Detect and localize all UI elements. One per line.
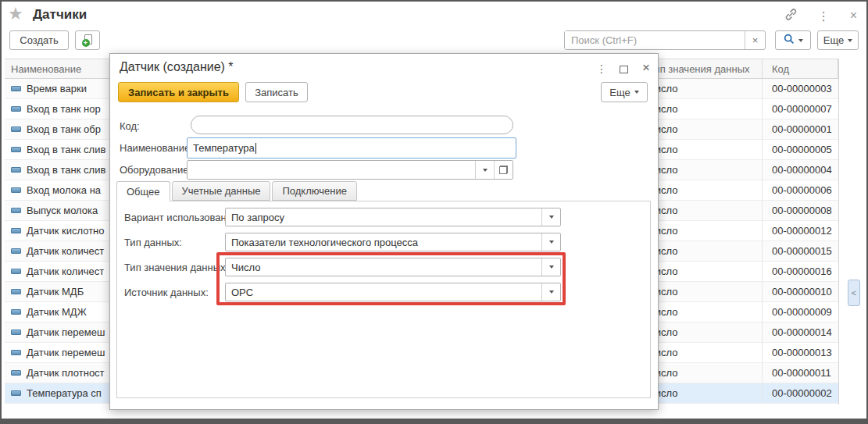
equipment-field[interactable] — [187, 160, 513, 180]
row-name: Датчик МДБ — [27, 286, 84, 298]
window-close-icon[interactable]: × — [850, 9, 857, 22]
code-field-label: Код: — [120, 120, 140, 132]
row-code: 00-00000005 — [763, 140, 838, 159]
tab-general[interactable]: Общее — [116, 181, 170, 201]
dropdown-arrow-icon[interactable] — [541, 208, 560, 226]
code-field[interactable] — [191, 116, 513, 134]
search-clear-icon[interactable]: × — [745, 31, 765, 49]
row-name: Вход в танк слив — [27, 164, 105, 176]
favorite-star-icon[interactable]: ★ — [8, 4, 23, 24]
row-code: 00-00000003 — [763, 79, 838, 98]
catalog-item-icon — [11, 126, 21, 132]
search-input[interactable] — [565, 31, 745, 49]
dropdown-arrow-icon[interactable] — [541, 283, 560, 301]
row-name: Датчик перемеш — [27, 326, 105, 338]
name-field[interactable]: Температура — [187, 137, 516, 159]
row-code: 00-00000011 — [763, 363, 838, 383]
catalog-item-icon — [11, 208, 21, 213]
catalog-item-icon — [11, 106, 21, 112]
row-code: 00-00000015 — [763, 241, 838, 261]
row-code: 00-00000006 — [763, 180, 838, 200]
save-button[interactable]: Записать — [245, 82, 308, 102]
row-code: 00-00000007 — [763, 99, 838, 119]
dialog-maximize-icon[interactable] — [620, 66, 628, 73]
dropdown-arrow-icon[interactable] — [541, 258, 560, 276]
chevron-down-icon — [798, 39, 803, 42]
dialog-title: Датчик (создание) * — [120, 60, 234, 74]
row-name: Время варки — [27, 83, 87, 94]
source-field[interactable]: OPC — [225, 283, 561, 301]
row-name: Датчик МДЖ — [27, 306, 87, 318]
catalog-item-icon — [11, 167, 21, 173]
source-field-label: Источник данных: — [124, 287, 209, 298]
data-type-field[interactable]: Показатели технологического процесса — [225, 233, 561, 251]
list-more-button[interactable]: Еще — [817, 30, 859, 50]
row-name: Вход в танк слив — [27, 144, 105, 155]
row-name: Датчик плотност — [27, 367, 105, 379]
row-name: Датчик количест — [27, 265, 104, 277]
catalog-item-icon — [11, 390, 21, 396]
chevron-down-icon — [848, 39, 852, 42]
tab-connection[interactable]: Подключение — [272, 181, 356, 201]
tab-accounting[interactable]: Учетные данные — [172, 181, 271, 201]
dropdown-arrow-icon[interactable] — [541, 233, 560, 251]
row-name: Температура сп — [27, 387, 102, 399]
row-name: Вход в танк нор — [27, 103, 101, 115]
catalog-item-icon — [11, 147, 21, 152]
open-choice-icon[interactable] — [494, 161, 513, 179]
row-code: 00-00000001 — [763, 119, 838, 139]
search-button[interactable] — [775, 30, 811, 50]
row-code: 00-00000008 — [763, 201, 838, 220]
table-right-border — [838, 59, 839, 404]
catalog-item-icon — [11, 350, 21, 355]
catalog-item-icon — [11, 370, 21, 376]
catalog-item-icon — [11, 187, 21, 193]
chevron-down-icon — [634, 91, 639, 94]
catalog-item-icon — [11, 248, 21, 254]
link-icon[interactable] — [784, 8, 798, 23]
create-copy-button[interactable]: + — [75, 30, 100, 50]
catalog-item-icon — [11, 309, 21, 315]
dialog-menu-icon[interactable]: ⋮ — [596, 62, 607, 75]
dropdown-arrow-icon[interactable] — [475, 161, 494, 179]
chevron-left-icon: < — [852, 288, 856, 298]
equipment-field-label: Оборудование: — [120, 164, 191, 176]
row-code: 00-00000009 — [763, 302, 838, 322]
catalog-item-icon — [11, 228, 21, 233]
search-box[interactable]: × — [564, 30, 766, 50]
catalog-item-icon — [11, 330, 21, 335]
row-code: 00-00000010 — [763, 282, 838, 301]
dialog-more-button[interactable]: Еще — [601, 82, 648, 102]
value-type-field[interactable]: Число — [225, 258, 561, 276]
save-and-close-button[interactable]: Записать и закрыть — [118, 82, 239, 102]
text-caret — [255, 143, 256, 154]
dialog-close-icon[interactable]: × — [642, 60, 650, 76]
row-name: Датчик количест — [27, 245, 104, 257]
row-name: Выпуск молока — [27, 205, 98, 216]
search-icon — [784, 34, 795, 47]
value-type-field-label: Тип значения данных: — [124, 262, 228, 273]
window-menu-icon[interactable]: ⋮ — [818, 10, 830, 22]
usage-field[interactable]: По запросу — [225, 208, 561, 226]
row-name: Вход молока на — [27, 184, 101, 196]
row-code: 00-00000002 — [763, 383, 838, 403]
new-document-icon: + — [83, 34, 93, 47]
usage-field-label: Вариант использования: — [124, 212, 241, 223]
row-name: Вход в танк обр — [27, 123, 101, 135]
collapse-panel-button[interactable]: < — [848, 280, 860, 306]
column-header-code[interactable]: Код — [763, 59, 838, 78]
page-title: Датчики — [33, 7, 87, 23]
name-field-label: Наименование: — [120, 142, 193, 154]
row-code: 00-00000004 — [763, 160, 838, 180]
row-code: 00-00000016 — [763, 262, 838, 281]
sensor-create-dialog: Датчик (создание) * ⋮ × Записать и закры… — [109, 53, 659, 410]
row-code: 00-00000013 — [763, 343, 838, 362]
row-code: 00-00000014 — [763, 322, 838, 342]
data-type-field-label: Тип данных: — [124, 237, 182, 248]
create-button[interactable]: Создать — [9, 30, 69, 50]
catalog-item-icon — [11, 269, 21, 274]
row-name: Датчик перемеш — [27, 347, 105, 358]
row-name: Датчик кислотно — [27, 225, 105, 237]
row-code: 00-00000012 — [763, 221, 838, 241]
dialog-tabs: Общее Учетные данные Подключение — [116, 181, 359, 201]
